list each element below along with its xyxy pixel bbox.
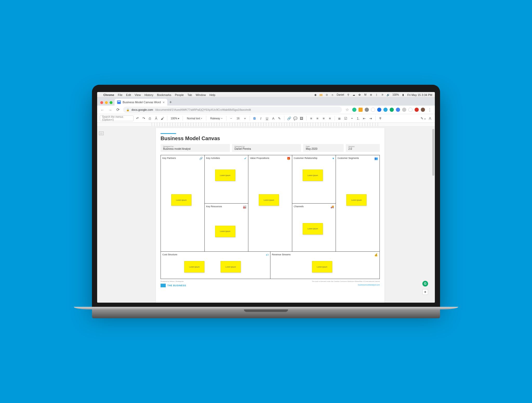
extension-icon[interactable]: [390, 108, 394, 112]
font-select[interactable]: Raleway▾: [209, 117, 224, 120]
undo-button[interactable]: ↶: [135, 116, 140, 121]
extension-icon[interactable]: [408, 108, 413, 112]
font-size-input[interactable]: 16: [235, 117, 241, 120]
extension-icon[interactable]: [402, 108, 406, 112]
bookmark-star-icon[interactable]: ☆: [344, 107, 350, 112]
menubar-clock[interactable]: Fri May 15 3:34 PM: [407, 93, 432, 96]
underline-button[interactable]: U: [265, 116, 269, 121]
sticky-note[interactable]: Lorem ipsum: [259, 194, 279, 206]
profile-avatar[interactable]: [421, 108, 425, 112]
highlight-button[interactable]: ✎: [277, 116, 282, 121]
extension-icon[interactable]: [377, 108, 381, 112]
status-icon[interactable]: ☁: [352, 93, 355, 96]
sticky-note[interactable]: Lorem ipsum: [312, 261, 332, 272]
insert-comment-button[interactable]: 💬: [293, 116, 298, 121]
status-icon[interactable]: ⎋: [331, 93, 334, 96]
expand-toolbar-button[interactable]: ᐱ: [428, 116, 432, 121]
close-tab-button[interactable]: ×: [163, 100, 165, 104]
font-size-decrease[interactable]: −: [229, 116, 234, 121]
wifi-icon[interactable]: ⚞: [381, 93, 384, 96]
clear-formatting-button[interactable]: T: [378, 116, 383, 121]
status-icon[interactable]: ✿: [358, 93, 361, 96]
horizontal-ruler[interactable]: [97, 123, 435, 126]
status-icon[interactable]: ⊛: [369, 93, 373, 96]
paint-format-button[interactable]: 🖌: [160, 116, 165, 121]
checklist-button[interactable]: ☑: [343, 116, 348, 121]
reload-button[interactable]: ⟳: [115, 107, 121, 112]
sticky-note[interactable]: Lorem ipsum: [303, 170, 323, 181]
volume-icon[interactable]: 🔊: [387, 93, 390, 96]
bluetooth-icon[interactable]: ᛒ: [375, 93, 378, 96]
editing-mode-button[interactable]: ✎ ▾: [421, 116, 425, 120]
footer-link[interactable]: businessmodelanalyst.com: [358, 284, 380, 286]
sticky-note[interactable]: Lorem ipsum: [346, 194, 367, 206]
cell-revenue-streams[interactable]: Revenue Streams💰 Lorem ipsum: [270, 252, 380, 279]
menubar-item[interactable]: Bookmarks: [157, 93, 171, 96]
vertical-scrollbar[interactable]: [431, 126, 435, 303]
redo-button[interactable]: ↷: [141, 116, 146, 121]
document-page[interactable]: Business Model Canvas Designed for: Busi…: [156, 128, 384, 303]
paragraph-style-select[interactable]: Normal text▾: [185, 117, 204, 120]
menubar-item[interactable]: Window: [196, 93, 206, 96]
extension-icon[interactable]: [365, 108, 369, 112]
status-icon[interactable]: ⊙: [325, 93, 328, 96]
insert-link-button[interactable]: 🔗: [287, 116, 291, 121]
menubar-item[interactable]: View: [135, 93, 141, 96]
explore-button[interactable]: ✦: [422, 289, 428, 295]
align-center-button[interactable]: ≡: [315, 116, 320, 121]
cell-channels[interactable]: Channels🚚 Lorem ipsum: [292, 204, 336, 252]
spellcheck-button[interactable]: Ă: [154, 116, 158, 121]
menubar-item[interactable]: File: [118, 93, 123, 96]
scrollbar-thumb[interactable]: [432, 129, 434, 176]
menubar-user[interactable]: Daniel: [337, 93, 344, 96]
extension-icon[interactable]: [415, 108, 419, 112]
extension-icon[interactable]: [383, 108, 388, 112]
line-spacing-button[interactable]: ≣: [337, 116, 342, 121]
cell-customer-relationship[interactable]: Customer Relationship♥ Lorem ipsum: [292, 155, 336, 204]
font-size-increase[interactable]: +: [243, 116, 247, 121]
maximize-window-button[interactable]: [110, 101, 112, 104]
text-color-button[interactable]: A: [271, 116, 276, 121]
status-icon[interactable]: ◉: [314, 93, 317, 96]
document-outline-button[interactable]: [99, 132, 104, 135]
status-icon[interactable]: M: [364, 93, 367, 96]
menubar-item[interactable]: Help: [209, 93, 215, 96]
sticky-note[interactable]: Lorem ipsum: [184, 261, 204, 272]
chrome-menu-button[interactable]: ⋮: [427, 107, 432, 112]
browser-tab[interactable]: Business Model Canvas Word ×: [115, 99, 167, 106]
grammarly-icon[interactable]: [422, 281, 428, 287]
menubar-item[interactable]: History: [144, 93, 153, 96]
extension-icon[interactable]: [396, 108, 400, 112]
cell-key-activities[interactable]: Key Activities✔ Lorem ipsum: [205, 155, 248, 204]
extension-icon[interactable]: [352, 108, 356, 112]
increase-indent-button[interactable]: ⇥: [368, 116, 373, 121]
sticky-note[interactable]: Lorem ipsum: [303, 223, 323, 235]
numbered-list-button[interactable]: 1.: [356, 116, 361, 121]
cell-key-partners[interactable]: Key Partners🔗 Lorem ipsum: [161, 155, 204, 251]
menubar-item[interactable]: Tab: [187, 93, 192, 96]
decrease-indent-button[interactable]: ⇤: [362, 116, 367, 121]
minimize-window-button[interactable]: [105, 101, 108, 104]
sticky-note[interactable]: Lorem ipsum: [215, 226, 235, 237]
new-tab-button[interactable]: +: [167, 99, 174, 106]
print-button[interactable]: ⎙: [148, 116, 152, 121]
align-left-button[interactable]: ≡: [309, 116, 314, 121]
sticky-note[interactable]: Lorem ipsum: [171, 194, 191, 206]
italic-button[interactable]: I: [258, 116, 263, 121]
bulleted-list-button[interactable]: •: [350, 116, 354, 121]
battery-icon[interactable]: ▮: [402, 93, 405, 96]
extension-icon[interactable]: [358, 108, 363, 112]
bold-button[interactable]: B: [252, 116, 257, 121]
sticky-note[interactable]: Lorem ipsum: [215, 170, 235, 181]
align-right-button[interactable]: ≡: [321, 116, 326, 121]
forward-button[interactable]: →: [108, 108, 113, 112]
search-menus-input[interactable]: Search the menus (Option+/): [100, 115, 134, 121]
menubar-item[interactable]: People: [175, 93, 184, 96]
zoom-select[interactable]: 100% ▾: [170, 117, 180, 120]
close-window-button[interactable]: [100, 101, 103, 104]
cell-cost-structure[interactable]: Cost Structure🏷 Lorem ipsum Lorem ipsum: [161, 252, 270, 279]
extension-icon[interactable]: [371, 108, 375, 112]
insert-image-button[interactable]: 🖼: [299, 116, 304, 121]
status-icon[interactable]: ▮▮: [320, 93, 323, 96]
cell-key-resources[interactable]: Key Resources🏭 Lorem ipsum: [205, 204, 248, 252]
